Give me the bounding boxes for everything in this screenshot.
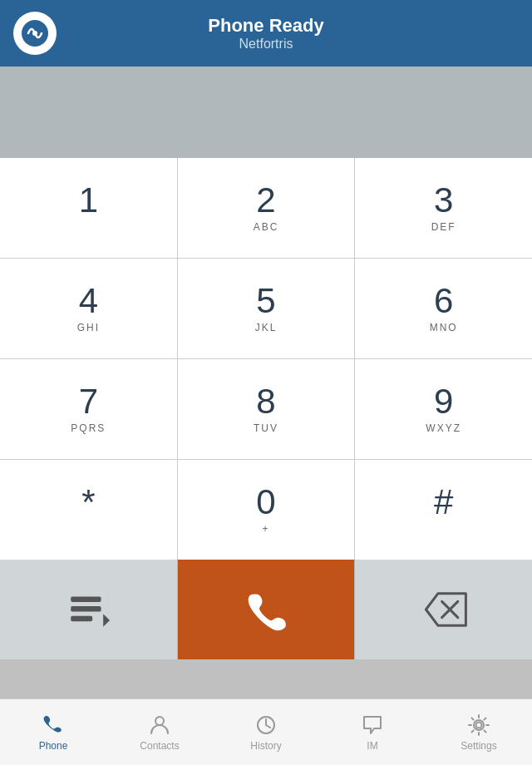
header: Phone Ready Netfortris [0, 0, 532, 67]
dial-key-hash[interactable]: # [355, 460, 532, 560]
phone-nav-label: Phone [39, 740, 68, 752]
contacts-list-icon [66, 588, 110, 631]
svg-point-1 [32, 31, 37, 36]
dialpad-row-4: * 0 + # [0, 460, 532, 560]
im-nav-icon [361, 713, 384, 737]
dialpad-row-2: 4 GHI 5 JKL 6 MNO [0, 259, 532, 359]
gray-area [0, 67, 532, 158]
svg-rect-3 [71, 606, 101, 612]
header-title: Phone Ready [57, 15, 475, 37]
nav-item-im[interactable]: IM [319, 699, 426, 765]
im-nav-label: IM [367, 740, 377, 752]
dialpad: 1 2 ABC 3 DEF 4 GHI 5 JKL 6 MNO 7 PQRS [0, 158, 532, 560]
nav-item-phone[interactable]: Phone [0, 699, 106, 765]
dial-key-1[interactable]: 1 [0, 158, 178, 258]
dial-key-3[interactable]: 3 DEF [355, 158, 532, 258]
history-nav-label: History [250, 740, 281, 752]
app-logo [13, 12, 57, 55]
nav-item-settings[interactable]: Settings [426, 699, 532, 765]
dial-key-star[interactable]: * [0, 460, 178, 560]
settings-nav-label: Settings [461, 740, 496, 752]
svg-rect-2 [71, 596, 101, 602]
call-button[interactable] [178, 560, 356, 659]
delete-button[interactable] [355, 560, 532, 659]
header-subtitle: Netfortris [57, 37, 475, 52]
contacts-nav-label: Contacts [140, 740, 179, 752]
phone-icon [244, 588, 288, 631]
dial-key-2[interactable]: 2 ABC [178, 158, 356, 258]
dial-key-4[interactable]: 4 GHI [0, 259, 178, 358]
contacts-action-button[interactable] [0, 560, 178, 659]
nav-item-contacts[interactable]: Contacts [106, 699, 213, 765]
dial-key-6[interactable]: 6 MNO [355, 259, 532, 358]
bottom-nav: Phone Contacts History IM Settings [0, 698, 532, 765]
dial-key-7[interactable]: 7 PQRS [0, 359, 178, 459]
settings-nav-icon [467, 713, 490, 737]
dial-key-0[interactable]: 0 + [178, 460, 356, 560]
dial-key-9[interactable]: 9 WXYZ [355, 359, 532, 459]
nav-item-history[interactable]: History [213, 699, 319, 765]
dialpad-row-1: 1 2 ABC 3 DEF [0, 158, 532, 259]
header-title-block: Phone Ready Netfortris [57, 15, 475, 52]
dial-key-5[interactable]: 5 JKL [178, 259, 356, 358]
logo-icon [20, 18, 50, 48]
history-nav-icon [254, 713, 278, 737]
phone-nav-icon [42, 713, 65, 737]
action-row [0, 560, 532, 659]
svg-point-10 [476, 722, 482, 728]
svg-rect-4 [71, 616, 93, 622]
dial-key-8[interactable]: 8 TUV [178, 359, 356, 459]
dialpad-row-3: 7 PQRS 8 TUV 9 WXYZ [0, 359, 532, 460]
svg-point-8 [155, 717, 164, 725]
svg-marker-5 [104, 614, 111, 627]
contacts-nav-icon [148, 713, 171, 737]
backspace-icon [420, 590, 468, 629]
